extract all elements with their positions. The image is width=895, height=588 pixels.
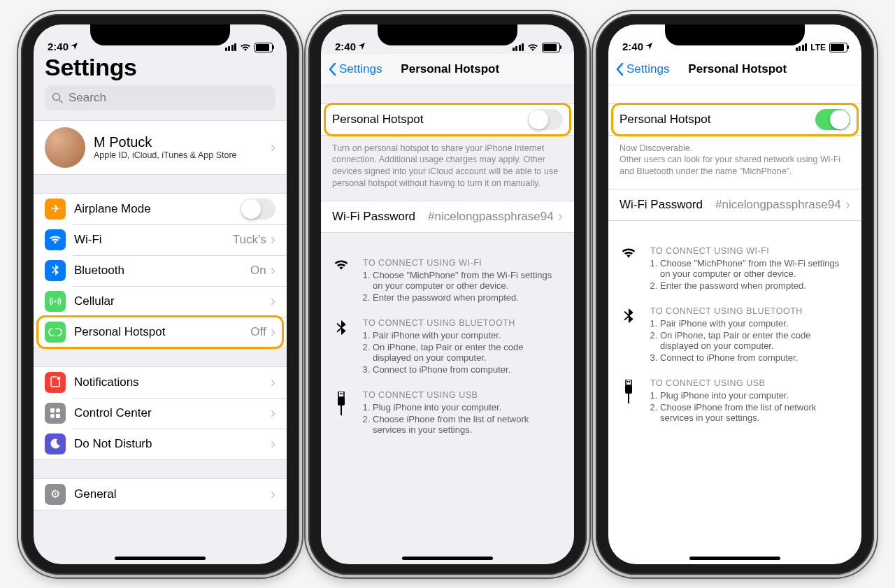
control-center-icon [45,403,66,424]
svg-rect-14 [626,380,631,385]
signal-icon [225,43,237,51]
svg-rect-16 [629,381,631,382]
svg-rect-5 [50,408,55,413]
search-icon [52,92,63,103]
phone-hotspot-off: 2:40 Settings Personal Hotspot Personal … [308,14,587,575]
row-control-center[interactable]: Control Center › [34,398,287,429]
svg-rect-10 [340,393,341,394]
notifications-icon [45,372,66,393]
wifi-icon [45,229,66,250]
wifi-icon [332,258,350,304]
svg-point-4 [57,376,61,380]
row-notifications[interactable]: Notifications › [34,367,287,398]
profile-sub: Apple ID, iCloud, iTunes & App Store [94,150,271,160]
svg-rect-6 [56,408,60,413]
status-time: 2:40 [48,41,69,52]
battery-icon [829,43,847,52]
instruct-usb: TO CONNECT USING USB Plug iPhone into yo… [321,383,574,443]
instruct-bluetooth: TO CONNECT USING BLUETOOTH Pair iPhone w… [321,311,574,383]
svg-rect-12 [338,397,345,406]
profile-name: M Potuck [94,134,271,150]
svg-rect-15 [627,381,629,382]
bluetooth-icon [45,260,66,281]
wifi-status-icon [240,43,251,52]
hotspot-toggle-row[interactable]: Personal Hotspot [608,104,861,135]
wifi-status-icon [527,43,538,52]
instruct-wifi: TO CONNECT USING WI-FI Choose "MichPhone… [608,239,861,299]
usb-icon [332,390,350,436]
svg-rect-18 [628,394,629,403]
row-cellular[interactable]: Cellular › [34,286,287,317]
airplane-toggle[interactable] [241,199,275,220]
svg-rect-8 [56,414,60,418]
svg-rect-13 [341,406,342,415]
svg-line-1 [59,99,63,103]
phone-settings: 2:40 Settings M Potuck Apple ID, iCloud,… [21,14,299,575]
wifi-icon [620,246,638,292]
svg-rect-9 [338,392,344,397]
airplane-icon: ✈ [45,199,66,220]
hotspot-icon [45,322,66,343]
row-wifi[interactable]: Wi-Fi Tuck's › [34,224,287,255]
svg-rect-7 [50,414,55,418]
battery-icon [542,43,560,52]
gear-icon: ⚙ [45,484,66,505]
avatar [45,127,85,168]
signal-icon [796,43,808,51]
location-icon [71,43,78,50]
phone-hotspot-on: 2:40 LTE Settings Personal Hotspot Perso… [596,14,874,575]
svg-rect-11 [342,393,343,394]
svg-point-2 [54,300,56,302]
bluetooth-icon [620,306,638,364]
instruct-bluetooth: TO CONNECT USING BLUETOOTH Pair iPhone w… [608,299,861,371]
dnd-icon [45,433,66,454]
hotspot-status: Now Discoverable. Other users can look f… [608,138,861,189]
search-field[interactable] [45,85,275,110]
row-personal-hotspot[interactable]: Personal Hotspot Off › [34,317,287,347]
row-airplane[interactable]: ✈ Airplane Mode [34,194,287,224]
location-icon [358,43,365,50]
battery-icon [255,43,273,52]
profile-row[interactable]: M Potuck Apple ID, iCloud, iTunes & App … [34,121,287,174]
wifi-password-row[interactable]: Wi-Fi Password #nicelongpassphrase94 › [608,189,861,220]
nav-title: Personal Hotspot [333,62,567,76]
page-title: Settings [34,54,287,85]
hotspot-toggle[interactable] [815,109,850,130]
cellular-icon [45,291,66,312]
search-input[interactable] [67,90,218,106]
signal-icon [513,43,524,51]
svg-rect-17 [625,385,632,394]
instruct-usb: TO CONNECT USING USB Plug iPhone into yo… [608,371,861,431]
row-bluetooth[interactable]: Bluetooth On › [34,255,287,286]
wifi-password-value: #nicelongpassphrase94 [715,198,841,212]
hotspot-help-text: Turn on personal hotspot to share your i… [321,138,574,201]
row-dnd[interactable]: Do Not Disturb › [34,429,287,459]
nav-title: Personal Hotspot [620,62,854,76]
usb-icon [620,378,638,424]
network-lte: LTE [810,43,826,52]
bluetooth-icon [332,318,350,376]
instruct-wifi: TO CONNECT USING WI-FI Choose "MichPhone… [321,251,574,311]
wifi-password-value: #nicelongpassphrase94 [428,210,554,224]
nav-bar: Settings Personal Hotspot [321,54,574,85]
nav-bar: Settings Personal Hotspot [608,54,861,85]
hotspot-toggle-row[interactable]: Personal Hotspot [321,104,574,135]
row-general[interactable]: ⚙ General › [34,479,287,510]
hotspot-toggle[interactable] [528,109,563,130]
wifi-password-row[interactable]: Wi-Fi Password #nicelongpassphrase94 › [321,201,574,232]
location-icon [645,43,652,50]
